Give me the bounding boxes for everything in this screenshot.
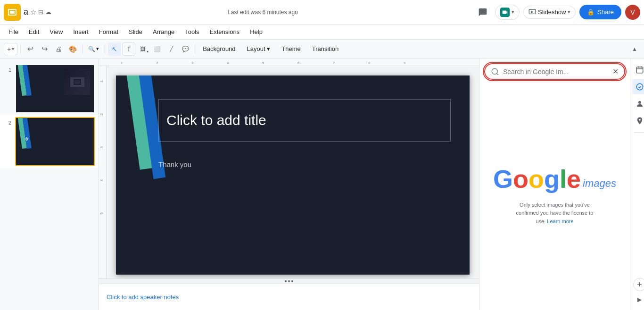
svg-point-9 bbox=[638, 101, 641, 104]
star-icon[interactable]: ☆ bbox=[30, 8, 36, 17]
google-letter-e: e bbox=[567, 164, 581, 193]
google-images-panel: ✕ G o o g l e images Only select images … bbox=[479, 59, 630, 310]
svg-rect-2 bbox=[10, 11, 15, 14]
slideshow-label: Slideshow bbox=[538, 8, 566, 16]
background-button[interactable]: Background bbox=[198, 43, 240, 54]
menu-help[interactable]: Help bbox=[245, 26, 267, 37]
toolbar-collapse[interactable]: ▲ bbox=[629, 43, 640, 55]
doc-title: a bbox=[24, 7, 28, 17]
license-text1: Only select images that you've bbox=[520, 202, 590, 208]
redo-button[interactable]: ↪ bbox=[38, 42, 51, 56]
add-panel-button[interactable]: + bbox=[633, 278, 644, 291]
calendar-icon-button[interactable] bbox=[632, 62, 644, 77]
add-button[interactable]: +▾ bbox=[4, 43, 17, 55]
slide-thumb-2[interactable]: ✈ bbox=[15, 117, 95, 166]
search-area: ✕ bbox=[479, 59, 630, 80]
license-notice: Only select images that you've confirmed… bbox=[516, 201, 594, 226]
zoom-icon: 🔍 bbox=[88, 46, 95, 52]
slideshow-arrow-icon: ▾ bbox=[568, 9, 570, 15]
meet-logo-icon bbox=[502, 9, 508, 16]
share-label: Share bbox=[597, 8, 614, 16]
meet-icon bbox=[500, 8, 510, 17]
slides-logo-icon bbox=[7, 7, 17, 17]
theme-button[interactable]: Theme bbox=[277, 43, 305, 54]
comment-button[interactable] bbox=[474, 4, 491, 21]
menu-slide[interactable]: Slide bbox=[124, 26, 147, 37]
comment-icon bbox=[478, 8, 487, 17]
speaker-notes[interactable]: Click to add speaker notes bbox=[99, 284, 479, 310]
layout-button[interactable]: Layout ▾ bbox=[242, 43, 275, 54]
menu-arrange[interactable]: Arrange bbox=[148, 26, 179, 37]
slide-thumb-item-2[interactable]: 2 ✈ bbox=[0, 115, 99, 168]
comment-tool[interactable]: 💬 bbox=[179, 42, 192, 56]
menu-insert[interactable]: Insert bbox=[68, 26, 93, 37]
slide-num-1: 1 bbox=[4, 67, 11, 73]
google-letter-o2: o bbox=[528, 164, 544, 193]
print-button[interactable]: 🖨 bbox=[52, 42, 65, 56]
menu-edit[interactable]: Edit bbox=[24, 26, 44, 37]
notes-placeholder[interactable]: Click to add speaker notes bbox=[107, 293, 179, 301]
google-images-content: G o o g l e images Only select images th… bbox=[479, 80, 630, 310]
paint-format-button[interactable]: 🎨 bbox=[66, 42, 79, 56]
menu-file[interactable]: File bbox=[4, 26, 23, 37]
menu-extensions[interactable]: Extensions bbox=[205, 26, 245, 37]
spacer: Last edit was 6 minutes ago bbox=[51, 9, 474, 16]
meet-button[interactable]: ▾ bbox=[495, 5, 520, 20]
slide-title-text[interactable]: Click to add title bbox=[166, 112, 266, 128]
learn-more-link[interactable]: Learn more bbox=[547, 218, 573, 224]
slide-thumb-item-1[interactable]: 1 bbox=[0, 62, 99, 115]
tasks-icon-button[interactable] bbox=[632, 79, 644, 94]
image-tool[interactable]: 🖼▾ bbox=[136, 42, 149, 56]
contacts-icon-button[interactable] bbox=[632, 96, 644, 111]
canvas-body: 1 2 3 4 5 Click to add title bbox=[99, 66, 479, 278]
toolbar-sep3 bbox=[105, 44, 105, 54]
search-box: ✕ bbox=[484, 63, 625, 80]
menu-tools[interactable]: Tools bbox=[180, 26, 204, 37]
toolbar-sep2 bbox=[82, 44, 83, 54]
share-button[interactable]: 🔒 Share bbox=[579, 5, 621, 19]
zoom-control[interactable]: 🔍 ▾ bbox=[85, 45, 102, 53]
notes-collapse-dots[interactable] bbox=[99, 278, 479, 284]
toolbar-sep1 bbox=[20, 44, 21, 54]
text-tool[interactable]: T bbox=[122, 42, 135, 56]
undo-button[interactable]: ↩ bbox=[24, 42, 37, 56]
search-close-button[interactable]: ✕ bbox=[612, 67, 619, 76]
line-tool[interactable]: ╱ bbox=[165, 42, 178, 56]
zoom-label: ▾ bbox=[96, 46, 99, 52]
slide-thumb-1[interactable] bbox=[15, 64, 95, 113]
canvas-scroll-area[interactable]: Click to add title Thank you bbox=[107, 66, 479, 278]
select-tool[interactable]: ↖ bbox=[108, 42, 121, 56]
cloud-icon[interactable]: ☁ bbox=[45, 8, 51, 16]
menu-format[interactable]: Format bbox=[94, 26, 123, 37]
ruler-horizontal: 1 2 3 4 5 6 7 8 9 bbox=[99, 59, 479, 66]
slide-canvas[interactable]: Click to add title Thank you bbox=[116, 75, 470, 275]
slide-subtitle[interactable]: Thank you bbox=[158, 160, 191, 168]
canvas-area: 1 2 3 4 5 6 7 8 9 1 2 3 4 5 bbox=[99, 59, 479, 310]
search-input[interactable] bbox=[503, 68, 609, 75]
google-letter-l: l bbox=[560, 164, 567, 193]
ruler-vertical: 1 2 3 4 5 bbox=[99, 66, 107, 278]
shape-tool[interactable]: ⬜ bbox=[150, 42, 164, 56]
slide-panel: 1 2 bbox=[0, 59, 99, 310]
meet-arrow: ▾ bbox=[512, 9, 514, 15]
thumb1-image bbox=[64, 69, 90, 95]
slide-num-2: 2 bbox=[4, 120, 11, 126]
menu-view[interactable]: View bbox=[45, 26, 67, 37]
app-logo[interactable] bbox=[4, 4, 21, 21]
images-label: images bbox=[583, 177, 616, 190]
share-lock-icon: 🔒 bbox=[587, 8, 594, 16]
search-icon bbox=[491, 67, 499, 76]
license-text2: confirmed you have the license to bbox=[516, 210, 594, 216]
slide-title-box[interactable]: Click to add title bbox=[158, 99, 451, 142]
doc-title-area: a ☆ ⊟ ☁ bbox=[24, 7, 51, 17]
menu-bar: File Edit View Insert Format Slide Arran… bbox=[0, 25, 644, 40]
maps-icon-button[interactable] bbox=[632, 113, 644, 128]
collapse-panel-button[interactable]: ▶ bbox=[633, 293, 644, 306]
license-text3: use. bbox=[536, 218, 545, 224]
svg-point-6 bbox=[492, 68, 497, 74]
slideshow-button[interactable]: Slideshow ▾ bbox=[523, 6, 576, 19]
avatar[interactable]: V bbox=[625, 5, 640, 20]
last-edit-text: Last edit was 6 minutes ago bbox=[228, 9, 298, 16]
transition-button[interactable]: Transition bbox=[307, 43, 344, 54]
folder-icon[interactable]: ⊟ bbox=[38, 8, 43, 16]
